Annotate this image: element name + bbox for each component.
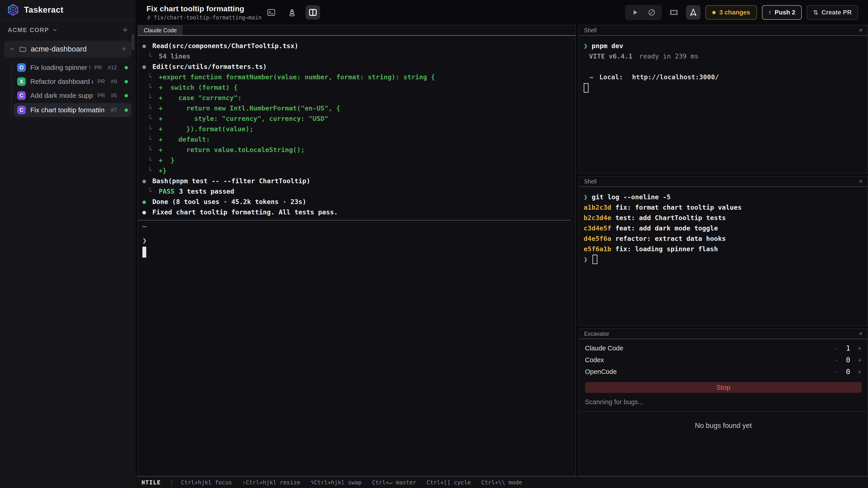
tab-shell-dev[interactable]: Shell <box>579 25 602 35</box>
main-area: Fix chart tooltip formatting fix/chart-t… <box>135 0 868 488</box>
commit-line: b2c3d4etest: add ChartTooltip tests <box>584 213 863 223</box>
pr-badge: PR <box>97 92 105 99</box>
local-url[interactable]: http://localhost:3000/ <box>632 73 719 81</box>
page-title: Fix chart tooltip formatting <box>147 4 264 13</box>
line-text: 3 tests passed <box>179 188 234 195</box>
excavator-divider <box>579 411 868 412</box>
terminal-line: └+ default: <box>143 134 571 144</box>
terminal-view-button[interactable] <box>264 5 278 20</box>
task-number: #12 <box>108 64 117 71</box>
create-pr-label: Create PR <box>822 9 852 16</box>
pr-badge: PR <box>94 64 102 71</box>
decrement-button[interactable]: - <box>835 344 839 352</box>
claude-code-pane[interactable]: Claude Code ●Read(src/components/ChartTo… <box>137 25 576 476</box>
increment-button[interactable]: + <box>858 344 862 352</box>
excavator-pane[interactable]: Excavator × Claude Code-1+Codex-0+OpenCo… <box>579 328 868 476</box>
task-tree: OFix loading spinner flashPR#12XRefactor… <box>0 61 135 117</box>
changes-dot-icon <box>712 11 716 14</box>
line-text: Done (8 tool uses · 45.2k tokens · 23s) <box>152 198 306 205</box>
navigation-arrow-button[interactable] <box>686 5 701 20</box>
tab-shell-git[interactable]: Shell <box>579 176 602 186</box>
add-task-button[interactable]: + <box>122 44 127 54</box>
command-text: git log --oneline -5 <box>592 193 671 201</box>
claude-input-dash: — <box>143 222 571 230</box>
play-icon[interactable] <box>628 5 642 20</box>
shell-dev-pane[interactable]: Shell × ❯pnpm dev VITE v6.4.1ready in 23… <box>579 25 868 174</box>
run-controls <box>625 5 662 20</box>
task-number: #7 <box>111 107 117 113</box>
commit-line: c3d4e5ffeat: add dark mode toggle <box>584 223 863 233</box>
status-dot <box>125 80 128 84</box>
panes: Claude Code ●Read(src/components/ChartTo… <box>135 25 868 476</box>
add-project-button[interactable]: + <box>122 25 128 35</box>
increment-button[interactable]: + <box>858 368 862 376</box>
bullet-icon: ● <box>143 209 152 216</box>
decrement-button[interactable]: - <box>835 356 839 364</box>
push-button[interactable]: ↑ Push 2 <box>762 5 802 20</box>
project-row[interactable]: acme-dashboard + <box>4 41 131 57</box>
agent-row: Claude Code-1+ <box>585 342 862 354</box>
chevron-down-icon[interactable] <box>9 46 15 52</box>
status-dot <box>125 66 128 69</box>
status-bar: HTILE │ Ctrl+hjkl focus⇧Ctrl+hjkl resize… <box>135 476 868 488</box>
split-columns-button[interactable] <box>306 5 320 20</box>
tab-excavator[interactable]: Excavator <box>579 329 614 339</box>
claude-pane-header: Claude Code <box>138 25 576 36</box>
commit-message: test: add ChartTooltip tests <box>615 214 726 222</box>
commit-hash: a1b2c3d <box>584 203 611 211</box>
terminal-line: ●Edit(src/utils/formatters.ts) <box>143 61 571 72</box>
sidebar-resize-handle[interactable] <box>131 34 134 50</box>
line-text: + style: "currency", currency: "USD" <box>159 115 329 123</box>
connector-icon: └ <box>148 84 159 91</box>
close-icon[interactable]: × <box>854 329 868 339</box>
stop-button[interactable]: Stop <box>585 382 862 393</box>
line-text: + return value.toLocaleString(); <box>159 146 305 154</box>
close-icon[interactable]: × <box>854 176 868 186</box>
pr-badge: PR <box>97 78 105 85</box>
claude-input-separator <box>138 220 571 221</box>
agent-row: Codex-0+ <box>585 354 862 366</box>
close-icon[interactable]: × <box>854 25 868 35</box>
connector-icon: └ <box>148 167 159 174</box>
pass-badge: PASS <box>159 188 175 195</box>
agent-count: 1 <box>845 344 851 352</box>
chevron-down-icon <box>52 27 58 33</box>
commit-hash: b2c3d4e <box>584 214 611 222</box>
sidebar-task-item[interactable]: CFix chart tooltip formatting#7 <box>13 103 131 117</box>
vite-version: VITE v6.4.1 <box>589 53 632 60</box>
actions: 3 changes ↑ Push 2 ⇅ Create PR <box>625 5 858 20</box>
connector-icon: └ <box>148 104 159 112</box>
connector-icon: └ <box>148 94 159 102</box>
tab-claude-code[interactable]: Claude Code <box>138 25 183 35</box>
line-text: Fixed chart tooltip formatting. All test… <box>152 208 338 216</box>
right-column: Shell × ❯pnpm dev VITE v6.4.1ready in 23… <box>579 25 868 476</box>
commit-hash: d4e5f6a <box>584 235 611 242</box>
sidebar-task-item[interactable]: CAdd dark mode supportPR#5 <box>13 89 131 102</box>
connector-icon: └ <box>148 53 159 60</box>
changes-label: 3 changes <box>719 9 750 16</box>
decrement-button[interactable]: - <box>835 368 839 376</box>
cancel-circle-icon[interactable] <box>645 5 659 20</box>
branch-label: fix/chart-tooltip-formatting→main <box>154 14 261 21</box>
keyboard-shortcut: Ctrl+hjkl focus <box>181 479 232 486</box>
scan-status: Scanning for bugs... <box>585 398 862 406</box>
agent-badge-icon: C <box>17 91 26 100</box>
ticket-icon[interactable] <box>666 5 681 20</box>
agent-name: Codex <box>585 356 604 364</box>
line-text: + default: <box>159 135 210 143</box>
sidebar-task-item[interactable]: XRefactor dashboard data f...PR#9 <box>13 75 131 88</box>
shell-git-pane[interactable]: Shell × ❯git log --oneline -5 a1b2c3dfix… <box>579 176 868 326</box>
commit-message: refactor: extract data hooks <box>615 235 726 242</box>
increment-button[interactable]: + <box>858 356 862 364</box>
sidebar-task-item[interactable]: OFix loading spinner flashPR#12 <box>13 61 131 74</box>
terminal-line: └+export function formatNumber(value: nu… <box>143 72 571 82</box>
line-text: + }).format(value); <box>159 125 253 133</box>
commit-hash: e5f6a1b <box>584 245 611 253</box>
connector-icon: └ <box>148 156 159 164</box>
org-selector[interactable]: ACME CORP + <box>0 25 135 35</box>
agent-count-stepper: -0+ <box>835 367 862 376</box>
changes-badge[interactable]: 3 changes <box>706 5 757 20</box>
cone-icon[interactable] <box>285 5 299 20</box>
text-cursor[interactable] <box>143 247 146 258</box>
create-pr-button[interactable]: ⇅ Create PR <box>807 5 858 20</box>
